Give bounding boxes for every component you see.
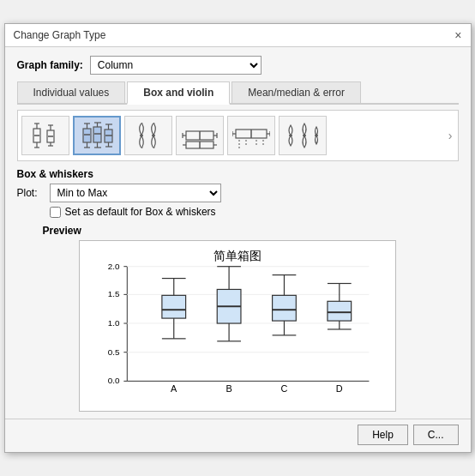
tab-individual-values[interactable]: Individual values (17, 81, 126, 103)
plot-select[interactable]: Min to Max 10-90 Percentile 1-99 Percent… (50, 184, 221, 202)
dialog: Change Graph Type × Graph family: Column… (4, 23, 472, 453)
default-checkbox[interactable] (50, 207, 61, 218)
chart-svg: 简单箱图 0.0 0.5 1.0 (80, 241, 395, 411)
plot-label: Plot: (17, 187, 43, 199)
y-label-05: 0.5 (108, 347, 120, 357)
chart-icon-violin[interactable] (124, 116, 172, 155)
svg-rect-12 (83, 129, 91, 142)
box-d-rect (328, 301, 352, 321)
dialog-title: Change Graph Type (14, 29, 106, 41)
help-button[interactable]: Help (358, 425, 408, 445)
plot-row: Plot: Min to Max 10-90 Percentile 1-99 P… (17, 184, 459, 202)
tab-box-violin[interactable]: Box and violin (127, 81, 230, 105)
x-label-c: C (281, 383, 288, 394)
x-label-a: A (171, 383, 177, 394)
tabs-container: Individual values Box and violin Mean/me… (17, 81, 459, 105)
tab-mean-median[interactable]: Mean/median & error (231, 81, 361, 103)
graph-family-label: Graph family: (17, 59, 83, 71)
graph-family-select[interactable]: Column (90, 56, 262, 75)
footer: Help C... (5, 419, 471, 452)
violin-icon (129, 120, 167, 151)
preview-box: 简单箱图 0.0 0.5 1.0 (79, 240, 396, 412)
box-lines-icon (232, 120, 270, 151)
cancel-button[interactable]: C... (413, 425, 459, 445)
y-label-0: 0.0 (108, 376, 120, 385)
svg-rect-18 (93, 127, 101, 142)
dialog-content: Graph family: Column Individual values B… (5, 47, 471, 419)
preview-label: Preview (43, 225, 459, 237)
chart-icons-container: › (17, 110, 459, 161)
box-c-rect (273, 295, 297, 321)
default-checkbox-row: Set as default for Box & whiskers (50, 206, 459, 218)
default-checkbox-label: Set as default for Box & whiskers (65, 206, 216, 218)
chart-icon-scatter[interactable] (279, 116, 327, 155)
chart-icon-box1[interactable] (21, 116, 69, 155)
chart-icon-box2[interactable] (73, 116, 121, 155)
box-a-rect (162, 295, 186, 318)
scatter-icon (284, 120, 322, 151)
box-simple-icon (181, 120, 219, 151)
chart-icon-box4[interactable] (227, 116, 275, 155)
close-button[interactable]: × (454, 29, 461, 41)
y-label-15: 1.5 (108, 289, 120, 298)
chart-icons-scroll (21, 116, 447, 155)
box-whisker-filled-icon (78, 120, 116, 151)
chart-title: 简单箱图 (213, 250, 262, 262)
box-whiskers-title: Box & whiskers (17, 168, 459, 180)
preview-section: Preview 简单箱图 0.0 0.5 (17, 225, 459, 412)
scroll-right-arrow[interactable]: › (447, 129, 454, 142)
y-label-10: 1.0 (108, 318, 120, 328)
x-label-d: D (336, 383, 343, 394)
chart-icon-box3[interactable] (176, 116, 224, 155)
graph-family-row: Graph family: Column (17, 56, 459, 75)
y-label-20: 2.0 (108, 262, 120, 271)
box-whisker-icon (27, 120, 64, 151)
title-bar: Change Graph Type × (5, 24, 471, 47)
x-label-b: B (225, 383, 231, 394)
